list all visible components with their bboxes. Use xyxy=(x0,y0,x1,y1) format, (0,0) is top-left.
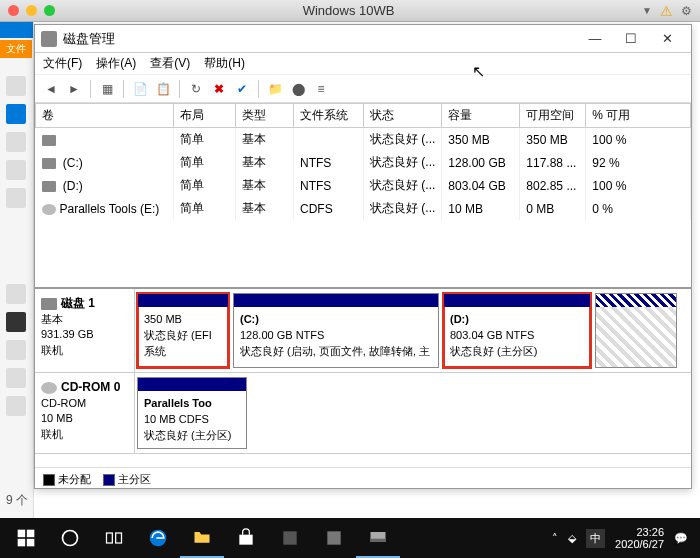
edge-button[interactable] xyxy=(136,518,180,558)
disk-1-state: 联机 xyxy=(41,344,63,356)
dm-title: 磁盘管理 xyxy=(63,30,577,48)
list-icon[interactable]: ≡ xyxy=(311,79,331,99)
delete-icon[interactable]: ✖ xyxy=(209,79,229,99)
prop-icon[interactable]: 📋 xyxy=(153,79,173,99)
gear-icon[interactable]: ⚙ xyxy=(681,4,692,18)
task-view-button[interactable] xyxy=(92,518,136,558)
col-pctfree[interactable]: % 可用 xyxy=(586,104,691,128)
svg-rect-2 xyxy=(18,539,26,547)
host-item-count: 9 个 xyxy=(6,492,28,509)
col-capacity[interactable]: 容量 xyxy=(442,104,520,128)
vm-title: Windows 10WB xyxy=(55,3,642,18)
cdrom-0-info[interactable]: CD-ROM 0 CD-ROM 10 MB 联机 xyxy=(35,373,135,453)
disk-1-info[interactable]: 磁盘 1 基本 931.39 GB 联机 xyxy=(35,289,135,372)
warning-icon[interactable]: ⚠ xyxy=(660,3,673,19)
menu-file[interactable]: 文件(F) xyxy=(43,55,82,72)
svg-rect-6 xyxy=(116,533,122,543)
svg-rect-12 xyxy=(371,539,386,542)
dm-titlebar[interactable]: 磁盘管理 ― ☐ ✕ xyxy=(35,25,691,53)
chevron-down-icon[interactable]: ▼ xyxy=(642,5,652,16)
host-item-icon[interactable] xyxy=(6,368,26,388)
cdrom-title: CD-ROM 0 xyxy=(61,380,120,394)
disk-graphical-view: 磁盘 1 基本 931.39 GB 联机 350 MB 状态良好 (EFI 系统… xyxy=(35,289,691,467)
store-button[interactable] xyxy=(224,518,268,558)
disk-icon xyxy=(368,527,388,547)
col-fs[interactable]: 文件系统 xyxy=(294,104,364,128)
col-layout[interactable]: 布局 xyxy=(174,104,236,128)
disk-management-icon xyxy=(41,31,57,47)
column-header-row[interactable]: 卷 布局 类型 文件系统 状态 容量 可用空间 % 可用 xyxy=(36,104,691,128)
rescan-icon[interactable]: ↻ xyxy=(186,79,206,99)
partition-parallels-tools[interactable]: Parallels Too 10 MB CDFS 状态良好 (主分区) xyxy=(137,377,247,449)
dm-toolbar: ◄ ► ▦ 📄 📋 ↻ ✖ ✔ 📁 ⬤ ≡ xyxy=(35,75,691,103)
host-desktop-strip: 文件 xyxy=(0,22,34,518)
help-icon[interactable]: ⬤ xyxy=(288,79,308,99)
menu-action[interactable]: 操作(A) xyxy=(96,55,136,72)
host-item-icon[interactable] xyxy=(6,396,26,416)
clock[interactable]: 23:26 2020/6/27 xyxy=(615,526,664,550)
minimize-light[interactable] xyxy=(26,5,37,16)
maximize-button[interactable]: ☐ xyxy=(613,29,649,49)
cortana-button[interactable] xyxy=(48,518,92,558)
host-drive-icon[interactable] xyxy=(6,160,26,180)
check-icon[interactable]: ✔ xyxy=(232,79,252,99)
col-status[interactable]: 状态 xyxy=(364,104,442,128)
menu-help[interactable]: 帮助(H) xyxy=(204,55,245,72)
start-button[interactable] xyxy=(4,518,48,558)
volume-row[interactable]: 简单基本状态良好 (...350 MB350 MB100 % xyxy=(36,128,691,152)
partition-c[interactable]: (C:) 128.00 GB NTFS 状态良好 (启动, 页面文件, 故障转储… xyxy=(233,293,439,368)
svg-point-4 xyxy=(63,531,78,546)
system-tray: ˄ ⬙ 中 23:26 2020/6/27 💬 xyxy=(552,526,696,550)
close-light[interactable] xyxy=(8,5,19,16)
partition-desc: 状态良好 (启动, 页面文件, 故障转储, 主 xyxy=(240,345,430,357)
disk-mgmt-taskbar-button[interactable] xyxy=(356,518,400,558)
cdrom-0-row[interactable]: CD-ROM 0 CD-ROM 10 MB 联机 Parallels Too 1… xyxy=(35,373,691,454)
drive-icon xyxy=(42,135,56,146)
partition-desc: 状态良好 (主分区) xyxy=(450,345,537,357)
partition-title: Parallels Too xyxy=(144,397,212,409)
col-type[interactable]: 类型 xyxy=(236,104,294,128)
app-button[interactable] xyxy=(268,518,312,558)
menu-view[interactable]: 查看(V) xyxy=(150,55,190,72)
volume-row[interactable]: Parallels Tools (E:)简单基本CDFS状态良好 (...10 … xyxy=(36,197,691,220)
disk-1-row[interactable]: 磁盘 1 基本 931.39 GB 联机 350 MB 状态良好 (EFI 系统… xyxy=(35,289,691,373)
partition-unallocated[interactable] xyxy=(595,293,677,368)
host-onedrive-icon[interactable] xyxy=(6,284,26,304)
host-item-icon[interactable] xyxy=(6,340,26,360)
legend-unallocated-swatch xyxy=(43,474,55,486)
windows-logo-icon xyxy=(16,528,36,548)
ime-indicator[interactable]: 中 xyxy=(586,529,605,548)
volume-row[interactable]: (C:)简单基本NTFS状态良好 (...128.00 GB117.88 ...… xyxy=(36,151,691,174)
explorer-button[interactable] xyxy=(180,518,224,558)
tray-parallels-icon[interactable]: ⬙ xyxy=(568,532,576,545)
store-icon xyxy=(236,528,256,548)
volume-list[interactable]: 卷 布局 类型 文件系统 状态 容量 可用空间 % 可用 简单基本状态良好 (.… xyxy=(35,103,691,289)
host-file-tab[interactable]: 文件 xyxy=(0,40,32,58)
host-quickaccess-icon[interactable] xyxy=(6,104,26,124)
partition-d[interactable]: (D:) 803.04 GB NTFS 状态良好 (主分区) xyxy=(443,293,591,368)
col-free[interactable]: 可用空间 xyxy=(520,104,586,128)
svg-rect-0 xyxy=(18,530,26,538)
col-volume[interactable]: 卷 xyxy=(36,104,174,128)
host-back-icon[interactable] xyxy=(6,76,26,96)
refresh-icon[interactable]: 📄 xyxy=(130,79,150,99)
zoom-light[interactable] xyxy=(44,5,55,16)
host-drive-icon[interactable] xyxy=(6,132,26,152)
partition-efi[interactable]: 350 MB 状态良好 (EFI 系统 xyxy=(137,293,229,368)
folder-icon xyxy=(192,527,212,547)
partition-title: (C:) xyxy=(240,313,259,325)
edge-icon xyxy=(148,528,168,548)
back-icon[interactable]: ◄ xyxy=(41,79,61,99)
show-hide-icon[interactable]: ▦ xyxy=(97,79,117,99)
action-center-icon[interactable]: 💬 xyxy=(674,532,688,545)
app-button[interactable] xyxy=(312,518,356,558)
minimize-button[interactable]: ― xyxy=(577,29,613,49)
tray-chevron-up-icon[interactable]: ˄ xyxy=(552,532,558,545)
action-icon[interactable]: 📁 xyxy=(265,79,285,99)
host-thispc-icon[interactable] xyxy=(6,312,26,332)
host-drive-icon[interactable] xyxy=(6,188,26,208)
forward-icon[interactable]: ► xyxy=(64,79,84,99)
mac-titlebar: Windows 10WB ▼ ⚠ ⚙ xyxy=(0,0,700,22)
close-button[interactable]: ✕ xyxy=(649,29,685,49)
volume-row[interactable]: (D:)简单基本NTFS状态良好 (...803.04 GB802.85 ...… xyxy=(36,174,691,197)
